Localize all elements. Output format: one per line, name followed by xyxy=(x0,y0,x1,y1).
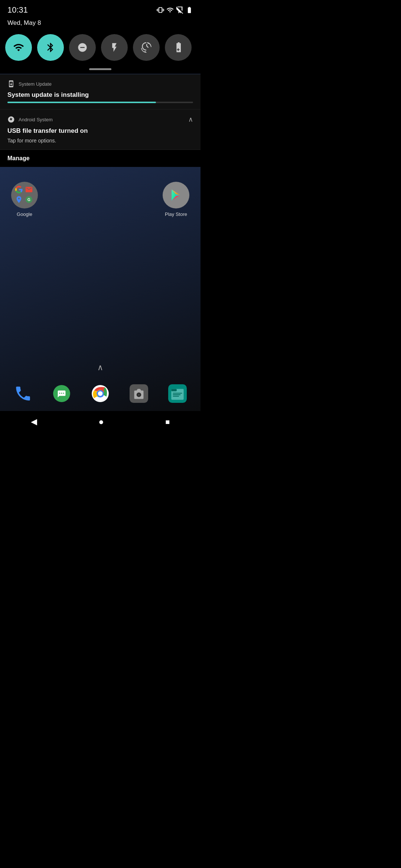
system-update-notification[interactable]: System Update System update is installin… xyxy=(0,74,200,109)
svg-point-5 xyxy=(63,392,64,394)
qs-autorotate-icon xyxy=(141,42,151,53)
qs-dnd-button[interactable] xyxy=(69,34,96,61)
notif-header: Wed, May 8 xyxy=(0,17,200,30)
scroll-indicator xyxy=(0,67,200,74)
messages-dock-icon[interactable] xyxy=(50,382,73,405)
manage-button[interactable]: Manage xyxy=(7,155,30,162)
qs-battery-save-icon xyxy=(173,42,183,53)
notif-date: Wed, May 8 xyxy=(7,19,41,27)
svg-rect-19 xyxy=(171,389,177,391)
svg-point-3 xyxy=(59,392,60,394)
back-icon: ◀ xyxy=(31,417,37,427)
qs-dnd-icon xyxy=(77,42,88,53)
scroll-pill xyxy=(89,68,111,70)
chrome-dock-icon[interactable] xyxy=(89,382,112,405)
system-update-app-name: System Update xyxy=(19,81,52,87)
status-bar: 10:31 xyxy=(0,0,200,17)
google-folder-label: Google xyxy=(17,211,32,217)
status-icons xyxy=(157,6,193,14)
qs-flashlight-icon xyxy=(109,42,120,53)
svg-rect-21 xyxy=(173,394,181,395)
svg-point-4 xyxy=(61,392,62,394)
notif-app-row-android: Android System ∧ xyxy=(7,115,193,124)
svg-point-16 xyxy=(138,394,140,396)
play-store-item[interactable]: Play Store xyxy=(163,182,189,217)
svg-rect-22 xyxy=(173,396,179,397)
play-store-icon xyxy=(163,182,189,208)
battery-icon xyxy=(186,6,193,14)
system-update-icon xyxy=(7,80,15,88)
progress-bar-bg xyxy=(7,102,193,103)
svg-rect-20 xyxy=(173,393,182,394)
quick-settings xyxy=(0,30,200,67)
phone-dock-icon[interactable] xyxy=(12,382,35,405)
vibrate-icon xyxy=(157,6,164,14)
home-area: G Google xyxy=(0,167,200,434)
home-icon: ● xyxy=(98,417,104,426)
google-folder-item[interactable]: G Google xyxy=(11,182,38,217)
qs-flashlight-button[interactable] xyxy=(101,34,128,61)
nav-home-button[interactable]: ● xyxy=(98,417,104,426)
nav-recents-button[interactable]: ■ xyxy=(165,418,170,425)
play-store-label: Play Store xyxy=(165,211,187,217)
manage-row: Manage xyxy=(0,150,200,167)
drawer-chevron-icon: ∧ xyxy=(97,363,103,372)
google-folder-icon: G xyxy=(11,182,38,208)
dock xyxy=(0,376,200,411)
android-system-app-name: Android System xyxy=(19,117,53,122)
android-system-body: Tap for more options. xyxy=(7,138,193,144)
system-update-title: System update is installing xyxy=(7,91,193,99)
app-grid: G Google xyxy=(0,167,200,224)
nav-bar: ◀ ● ■ xyxy=(0,411,200,434)
svg-text:G: G xyxy=(27,198,30,202)
qs-battery-button[interactable] xyxy=(165,34,192,61)
android-system-icon xyxy=(7,116,15,123)
qs-autorotate-button[interactable] xyxy=(133,34,160,61)
wifi-status-icon xyxy=(166,6,174,14)
signal-icon xyxy=(176,6,183,14)
nav-back-button[interactable]: ◀ xyxy=(31,417,37,427)
qs-wifi-icon xyxy=(13,42,24,53)
qs-bluetooth-button[interactable] xyxy=(37,34,64,61)
status-time: 10:31 xyxy=(7,5,28,15)
main-container: 10:31 xyxy=(0,0,200,434)
expand-icon[interactable]: ∧ xyxy=(188,115,193,124)
files-dock-icon[interactable] xyxy=(166,382,189,405)
drawer-handle[interactable]: ∧ xyxy=(0,359,200,376)
android-system-notification[interactable]: Android System ∧ USB file transfer turne… xyxy=(0,109,200,150)
android-system-title: USB file transfer turned on xyxy=(7,127,193,135)
svg-point-12 xyxy=(98,391,103,396)
recents-icon: ■ xyxy=(165,418,170,425)
camera-dock-icon[interactable] xyxy=(127,382,150,405)
qs-wifi-button[interactable] xyxy=(5,34,32,61)
notification-area: 10:31 xyxy=(0,0,200,167)
notif-app-row-system: System Update xyxy=(7,80,193,88)
qs-bluetooth-icon xyxy=(45,42,56,53)
progress-bar-fill xyxy=(7,102,156,103)
